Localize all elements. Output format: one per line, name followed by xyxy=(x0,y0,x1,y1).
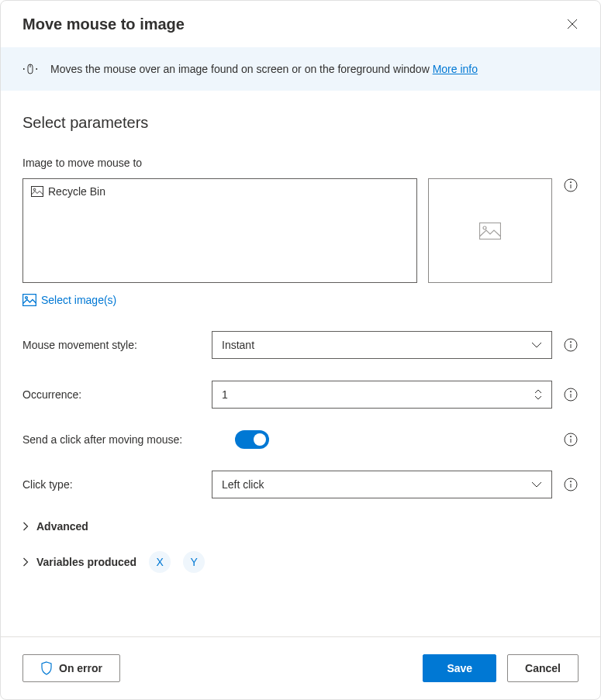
close-icon xyxy=(566,18,579,30)
select-images-link[interactable]: Select image(s) xyxy=(22,294,116,306)
cancel-button[interactable]: Cancel xyxy=(507,654,579,682)
move-mouse-icon xyxy=(22,61,38,77)
variable-badge-y[interactable]: Y xyxy=(183,551,205,573)
send-click-toggle[interactable] xyxy=(235,430,269,449)
dialog-footer: On error Save Cancel xyxy=(1,636,600,699)
content-area: Select parameters Image to move mouse to… xyxy=(1,91,600,636)
svg-point-12 xyxy=(570,342,571,343)
svg-point-10 xyxy=(26,297,28,299)
send-click-info[interactable] xyxy=(563,433,579,447)
image-info-button[interactable] xyxy=(563,178,579,192)
svg-point-15 xyxy=(570,391,571,392)
on-error-button[interactable]: On error xyxy=(22,654,120,682)
info-icon xyxy=(564,433,578,447)
chevron-down-icon[interactable] xyxy=(534,395,542,400)
click-type-select[interactable]: Left click xyxy=(212,471,552,498)
advanced-expander[interactable]: Advanced xyxy=(22,520,579,533)
svg-point-21 xyxy=(570,481,571,482)
svg-rect-9 xyxy=(23,295,36,306)
movement-style-select[interactable]: Instant xyxy=(212,331,552,359)
close-button[interactable] xyxy=(563,15,582,33)
image-field-label: Image to move mouse to xyxy=(22,157,579,169)
chevron-right-icon xyxy=(22,522,29,531)
more-info-link[interactable]: More info xyxy=(433,63,478,75)
image-list-item[interactable]: Recycle Bin xyxy=(31,185,409,198)
toggle-thumb xyxy=(254,433,266,446)
svg-point-3 xyxy=(33,188,36,191)
placeholder-image-icon xyxy=(479,222,501,240)
chevron-right-icon xyxy=(22,557,29,567)
movement-style-label: Mouse movement style: xyxy=(22,339,201,351)
variable-badge-x[interactable]: X xyxy=(149,551,171,573)
info-text: Moves the mouse over an image found on s… xyxy=(50,63,478,75)
svg-point-18 xyxy=(570,436,571,437)
svg-point-7 xyxy=(570,182,571,183)
svg-rect-2 xyxy=(32,187,43,197)
section-title: Select parameters xyxy=(22,114,579,132)
chevron-down-icon xyxy=(531,481,542,488)
image-icon xyxy=(22,294,36,306)
image-item-label: Recycle Bin xyxy=(48,185,105,198)
info-icon xyxy=(564,338,578,352)
occurrence-info[interactable] xyxy=(563,388,579,402)
info-icon xyxy=(564,478,578,491)
occurrence-input[interactable]: 1 xyxy=(212,381,552,409)
image-icon xyxy=(31,186,43,197)
info-bar: Moves the mouse over an image found on s… xyxy=(1,47,600,91)
send-click-label: Send a click after moving mouse: xyxy=(22,433,224,446)
dialog-header: Move mouse to image xyxy=(1,1,600,47)
shield-icon xyxy=(40,661,53,675)
occurrence-label: Occurrence: xyxy=(22,388,201,401)
click-type-info[interactable] xyxy=(563,478,579,491)
dialog-title: Move mouse to image xyxy=(22,16,185,33)
image-preview xyxy=(428,178,552,283)
save-button[interactable]: Save xyxy=(423,654,496,682)
info-icon xyxy=(564,178,578,192)
chevron-down-icon xyxy=(531,342,542,348)
svg-point-5 xyxy=(483,226,486,229)
info-icon xyxy=(564,388,578,402)
chevron-up-icon[interactable] xyxy=(534,389,542,394)
movement-style-info[interactable] xyxy=(563,338,579,352)
image-list[interactable]: Recycle Bin xyxy=(22,178,417,283)
click-type-label: Click type: xyxy=(22,478,201,491)
variables-expander[interactable]: Variables produced X Y xyxy=(22,551,579,573)
svg-rect-4 xyxy=(480,222,501,239)
